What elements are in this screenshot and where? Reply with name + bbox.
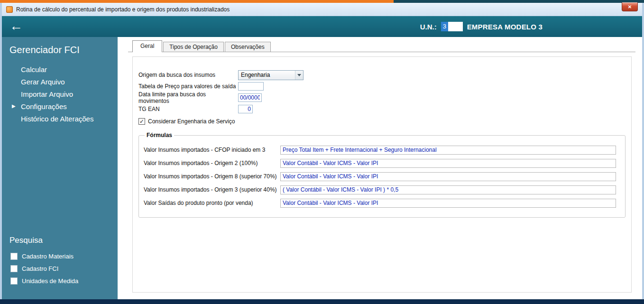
un-label: U.N.: [420,23,437,31]
close-button[interactable]: ✕ [622,2,638,11]
sidebar-item-importar-arquivo[interactable]: Importar Arquivo [2,88,118,100]
field-row-origem-busca: Origem da busca dos insumos Engenharia [138,69,626,81]
sidebar-item-label: Configurações [21,102,67,111]
checkbox-icon[interactable] [10,277,18,285]
formula-label: Valor Insumos importados - Origem 8 (sup… [144,173,280,180]
formula-label: Valor Insumos importados - CFOP iniciado… [144,147,280,153]
un-value: 3 [441,22,448,31]
field-label: Tabela de Preço para valores de saída [138,83,238,90]
sidebar-item-label: Calcular [21,65,47,74]
tab-tipos-de-operacao[interactable]: Tipos de Operação [163,42,224,52]
search-item-unidades-medida[interactable]: Unidades de Medida [2,275,118,287]
checkbox-label: Considerar Engenharia de Serviço [148,118,235,125]
sidebar: Gerenciador FCI Calcular Gerar Arquivo I… [2,37,118,299]
tg-ean-input[interactable] [238,105,253,113]
sidebar-item-gerar-arquivo[interactable]: Gerar Arquivo [2,75,118,88]
tab-strip: Geral Tipos de Operação Observações [128,40,635,52]
field-label: Origem da busca dos insumos [138,72,238,78]
checkbox-icon[interactable] [10,265,18,272]
search-item-cadastro-materiais[interactable]: Cadastro Materiais [2,250,118,262]
selected-option-label: Engenharia [241,72,270,78]
field-row-tg-ean: TG EAN [138,103,626,115]
sidebar-title: Gerenciador FCI [2,44,118,63]
search-item-label: Unidades de Medida [22,277,78,285]
window-frame: Rotina de cálculo do percentual de impor… [2,3,642,299]
window-title: Rotina de cálculo do percentual de impor… [16,6,230,13]
formula-row-origem-8: Valor Insumos importados - Origem 8 (sup… [144,172,620,181]
field-row-data-limite: Data limite para busca dos movimentos [138,92,626,103]
formula-row-saidas-produto: Valor Saídas do produto pronto (por vend… [144,198,620,208]
sidebar-item-historico-alteracoes[interactable]: Histórico de Alterações [2,112,118,125]
formula-label: Valor Saídas do produto pronto (por vend… [144,200,280,206]
formula-label: Valor Insumos importados - Origem 3 (sup… [144,186,280,193]
teal-header: ← U.N.: 3 EMPRESA MODELO 3 [2,16,642,37]
back-arrow-icon[interactable]: ← [9,19,23,33]
app-icon [6,6,13,13]
formula-row-cfop-3: Valor Insumos importados - CFOP iniciado… [144,145,620,155]
tab-geral[interactable]: Geral [132,40,162,52]
sidebar-item-label: Importar Arquivo [21,90,73,98]
chevron-down-icon[interactable] [295,71,303,80]
sidebar-item-label: Histórico de Alterações [21,115,93,123]
formula-saidas-produto-input[interactable] [280,199,616,208]
checkbox-icon[interactable] [10,253,18,260]
field-label: Data limite para busca dos movimentos [138,91,238,104]
search-section: Pesquisa Cadastro Materiais Cadastro FCI… [2,236,118,287]
bottom-edge-strip [0,299,644,304]
field-label: TG EAN [138,106,238,112]
sidebar-item-label: Gerar Arquivo [21,78,65,86]
search-item-label: Cadastro Materiais [22,253,74,260]
un-input[interactable]: 3 [441,22,463,31]
main-content: Geral Tipos de Operação Observações Orig… [118,37,642,299]
field-row-tabela-preco: Tabela de Preço para valores de saída [138,81,626,92]
selected-item-arrow-icon: ▶ [12,103,16,109]
formulas-group-title: Fórmulas [145,132,174,138]
sidebar-item-configuracoes[interactable]: ▶ Configurações [2,100,118,112]
formula-origem-3-input[interactable] [280,185,616,194]
considerar-engenharia-checkbox-row[interactable]: ✓ Considerar Engenharia de Serviço [138,116,626,127]
tabela-preco-input[interactable] [238,82,264,91]
formulas-group: Fórmulas Valor Insumos importados - CFOP… [138,132,626,218]
formula-row-origem-3: Valor Insumos importados - Origem 3 (sup… [144,185,620,194]
geral-tab-panel: Origem da busca dos insumos Engenharia T… [132,56,632,293]
formula-label: Valor Insumos importados - Origem 2 (100… [144,160,280,166]
formula-cfop-3-input[interactable] [280,146,616,155]
search-item-label: Cadastro FCI [22,265,58,272]
formula-row-origem-2: Valor Insumos importados - Origem 2 (100… [144,158,620,168]
search-section-title: Pesquisa [2,236,118,250]
formula-origem-2-input[interactable] [280,159,616,168]
formula-origem-8-input[interactable] [280,172,616,181]
origem-busca-select[interactable]: Engenharia [238,70,304,80]
data-limite-input[interactable] [238,93,262,102]
checkbox-checked-icon[interactable]: ✓ [138,118,145,125]
search-item-cadastro-fci[interactable]: Cadastro FCI [2,262,118,275]
window-body: Gerenciador FCI Calcular Gerar Arquivo I… [2,37,642,299]
business-unit-group: U.N.: 3 EMPRESA MODELO 3 [420,22,543,31]
company-name: EMPRESA MODELO 3 [467,23,543,31]
application-window: Rotina de cálculo do percentual de impor… [0,0,644,304]
sidebar-item-calcular[interactable]: Calcular [2,63,118,75]
title-bar: Rotina de cálculo do percentual de impor… [2,3,642,16]
tab-observacoes[interactable]: Observações [225,42,271,52]
